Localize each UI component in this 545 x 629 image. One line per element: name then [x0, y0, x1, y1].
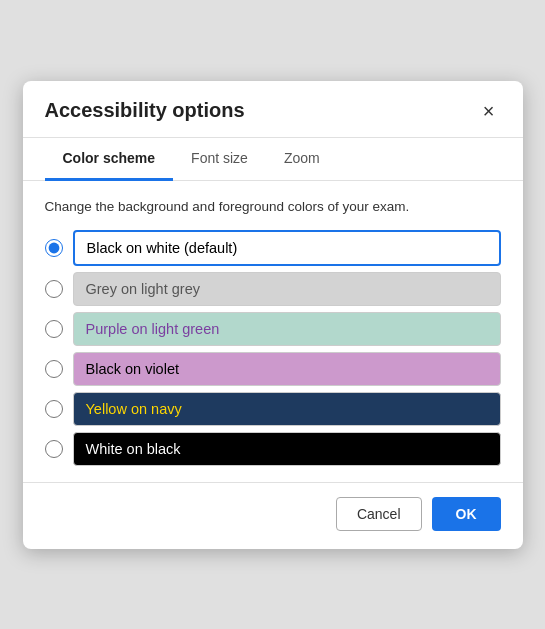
option-label-black[interactable]: White on black — [73, 432, 501, 466]
radio-black[interactable] — [45, 440, 63, 458]
close-button[interactable]: × — [477, 99, 501, 123]
option-label-green[interactable]: Purple on light green — [73, 312, 501, 346]
radio-violet[interactable] — [45, 360, 63, 378]
radio-green[interactable] — [45, 320, 63, 338]
dialog-title: Accessibility options — [45, 99, 245, 122]
option-label-violet[interactable]: Black on violet — [73, 352, 501, 386]
color-scheme-options: Black on white (default) Grey on light g… — [45, 230, 501, 466]
radio-grey[interactable] — [45, 280, 63, 298]
option-row-navy: Yellow on navy — [45, 392, 501, 426]
ok-button[interactable]: OK — [432, 497, 501, 531]
option-label-navy[interactable]: Yellow on navy — [73, 392, 501, 426]
accessibility-dialog: Accessibility options × Color scheme Fon… — [23, 81, 523, 549]
option-row-grey: Grey on light grey — [45, 272, 501, 306]
option-row-default: Black on white (default) — [45, 230, 501, 266]
dialog-body: Change the background and foreground col… — [23, 181, 523, 482]
option-row-black: White on black — [45, 432, 501, 466]
cancel-button[interactable]: Cancel — [336, 497, 422, 531]
description-text: Change the background and foreground col… — [45, 199, 501, 214]
tab-zoom[interactable]: Zoom — [266, 138, 338, 181]
tab-font-size[interactable]: Font size — [173, 138, 266, 181]
option-row-violet: Black on violet — [45, 352, 501, 386]
option-label-grey[interactable]: Grey on light grey — [73, 272, 501, 306]
radio-default[interactable] — [45, 239, 63, 257]
dialog-footer: Cancel OK — [23, 482, 523, 549]
option-label-default[interactable]: Black on white (default) — [73, 230, 501, 266]
dialog-header: Accessibility options × — [23, 81, 523, 138]
tab-bar: Color scheme Font size Zoom — [23, 138, 523, 181]
tab-color-scheme[interactable]: Color scheme — [45, 138, 174, 181]
option-row-green: Purple on light green — [45, 312, 501, 346]
radio-navy[interactable] — [45, 400, 63, 418]
